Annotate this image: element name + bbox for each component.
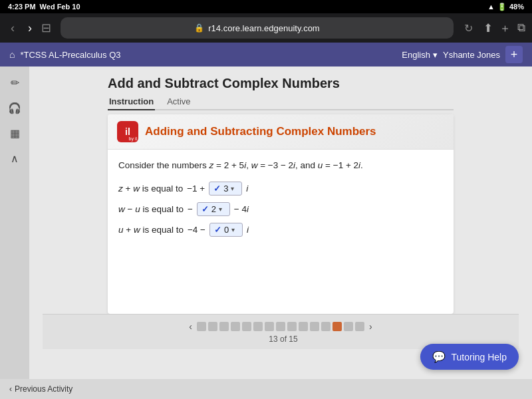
page-count: 13 of 15 <box>269 334 297 344</box>
pagination-dots: ‹ › <box>186 320 374 333</box>
page-dot-5[interactable] <box>242 322 251 331</box>
collapse-tool[interactable]: ∧ <box>4 148 25 169</box>
row3-prefix: −4 − <box>188 225 205 235</box>
row2-prefix: − <box>188 204 193 214</box>
lesson-logo: il by il <box>117 121 138 142</box>
tab-active[interactable]: Active <box>166 94 192 109</box>
bottom-bar: ‹ Previous Activity <box>0 379 532 399</box>
prev-activity-button[interactable]: ‹ Previous Activity <box>9 384 72 394</box>
browser-actions: ⬆ ＋ ⧉ <box>483 21 525 36</box>
page-dot-14[interactable] <box>344 322 353 331</box>
page-dot-13[interactable] <box>332 322 342 331</box>
top-nav: ⌂ *TCSS AL-Precalculus Q3 English ▾ Ysha… <box>0 43 532 66</box>
audio-tool[interactable]: 🎧 <box>4 97 25 118</box>
new-tab-button[interactable]: ＋ <box>499 21 511 36</box>
user-name: Yshante Jones <box>443 50 500 60</box>
logo-text: il <box>125 126 130 137</box>
prev-activity-label: Previous Activity <box>15 384 72 394</box>
row3-arrow-icon: ▾ <box>231 226 235 233</box>
row2-suffix: − 4i <box>234 204 249 214</box>
row1-label: z + w is equal to <box>118 184 183 194</box>
page-dot-10[interactable] <box>299 322 308 331</box>
date: Wed Feb 10 <box>40 3 80 11</box>
problem-text: Consider the numbers z = 2 + 5i, w = −3 … <box>118 159 443 172</box>
forward-button[interactable]: › <box>24 19 36 38</box>
page-dot-3[interactable] <box>219 322 229 331</box>
row1-suffix: i <box>246 184 248 194</box>
problem-row-3: u + w is equal to −4 − ✓ 0 ▾ i <box>118 223 443 237</box>
tab-instruction[interactable]: Instruction <box>108 94 155 110</box>
page-dot-12[interactable] <box>321 322 331 331</box>
row2-value: 2 <box>211 204 216 214</box>
row1-check: ✓ <box>213 184 221 194</box>
prev-page-button[interactable]: ‹ <box>186 320 195 333</box>
content-area: Add and Subtract Complex Numbers Instruc… <box>29 66 532 379</box>
row1-arrow-icon: ▾ <box>231 185 234 192</box>
row3-check: ✓ <box>214 225 221 235</box>
top-nav-left: ⌂ *TCSS AL-Precalculus Q3 <box>9 49 120 60</box>
bookmarks-icon[interactable]: ⊟ <box>41 21 51 35</box>
back-button[interactable]: ‹ <box>7 19 19 38</box>
next-page-button[interactable]: › <box>366 320 375 333</box>
row2-arrow-icon: ▾ <box>219 205 222 213</box>
home-icon[interactable]: ⌂ <box>9 49 15 60</box>
main-area: ✏ 🎧 ▦ ∧ Add and Subtract Complex Numbers… <box>0 66 532 379</box>
prev-activity-arrow: ‹ <box>9 384 12 394</box>
row1-prefix: −1 + <box>187 184 205 194</box>
tutoring-help-button[interactable]: 💬 Tutoring Help <box>420 344 519 370</box>
battery-level: 48% <box>509 3 524 11</box>
lesson-body: Consider the numbers z = 2 + 5i, w = −3 … <box>108 150 454 253</box>
page-dot-15[interactable] <box>355 322 364 331</box>
left-sidebar: ✏ 🎧 ▦ ∧ <box>0 66 29 379</box>
browser-bar: ‹ › ⊟ 🔒 r14.core.learn.edgenuity.com ↻ ⬆… <box>0 13 532 43</box>
row1-dropdown[interactable]: ✓ 3 ▾ <box>209 182 242 196</box>
lesson-card-title: Adding and Subtracting Complex Numbers <box>145 125 376 138</box>
top-nav-right: English ▾ Yshante Jones + <box>402 46 523 63</box>
battery-icon: 🔋 <box>497 3 507 11</box>
lesson-card-header: il by il Adding and Subtracting Complex … <box>108 114 454 150</box>
logo-sub: by il <box>129 136 137 141</box>
language-selector[interactable]: English ▾ <box>402 50 438 60</box>
page-dot-4[interactable] <box>231 322 240 331</box>
page-dot-7[interactable] <box>265 322 274 331</box>
lang-dropdown-icon: ▾ <box>433 50 438 60</box>
problem-row-1: z + w is equal to −1 + ✓ 3 ▾ i <box>118 182 443 196</box>
row2-dropdown[interactable]: ✓ 2 ▾ <box>197 202 230 216</box>
wifi-icon: ▲ <box>487 3 495 11</box>
lesson-card: il by il Adding and Subtracting Complex … <box>108 114 454 314</box>
tutoring-label: Tutoring Help <box>451 352 507 362</box>
row3-dropdown[interactable]: ✓ 0 ▾ <box>209 223 243 237</box>
page-dot-6[interactable] <box>253 322 263 331</box>
url-bar[interactable]: 🔒 r14.core.learn.edgenuity.com <box>61 17 454 39</box>
row3-value: 0 <box>224 225 229 235</box>
add-button[interactable]: + <box>505 46 523 63</box>
row3-label: u + w is equal to <box>118 225 184 235</box>
course-title: *TCSS AL-Precalculus Q3 <box>20 50 120 60</box>
problem-row-2: w − u is equal to − ✓ 2 ▾ − 4i <box>118 202 443 216</box>
page-dot-1[interactable] <box>197 322 206 331</box>
calculator-tool[interactable]: ▦ <box>4 122 25 144</box>
lock-icon: 🔒 <box>194 23 204 33</box>
share-button[interactable]: ⬆ <box>483 21 493 35</box>
row2-label: w − u is equal to <box>118 204 184 214</box>
language-label: English <box>402 50 430 60</box>
status-left: 4:23 PM Wed Feb 10 <box>8 3 80 11</box>
page-dot-11[interactable] <box>310 322 319 331</box>
row2-check: ✓ <box>201 204 209 214</box>
page-dot-2[interactable] <box>208 322 217 331</box>
status-bar: 4:23 PM Wed Feb 10 ▲ 🔋 48% <box>0 0 532 13</box>
page-dot-8[interactable] <box>276 322 285 331</box>
pencil-tool[interactable]: ✏ <box>4 72 25 93</box>
page-tabs: Instruction Active <box>108 94 454 110</box>
page-title: Add and Subtract Complex Numbers <box>108 76 454 91</box>
reload-button[interactable]: ↻ <box>464 22 473 35</box>
time: 4:23 PM <box>8 3 36 11</box>
tabs-button[interactable]: ⧉ <box>517 21 525 35</box>
chat-icon: 💬 <box>432 350 446 363</box>
page-header: Add and Subtract Complex Numbers Instruc… <box>108 76 454 110</box>
url-text: r14.core.learn.edgenuity.com <box>208 23 319 33</box>
row3-suffix: i <box>247 225 249 235</box>
row1-value: 3 <box>223 184 228 194</box>
status-right: ▲ 🔋 48% <box>487 3 524 11</box>
page-dot-9[interactable] <box>287 322 297 331</box>
